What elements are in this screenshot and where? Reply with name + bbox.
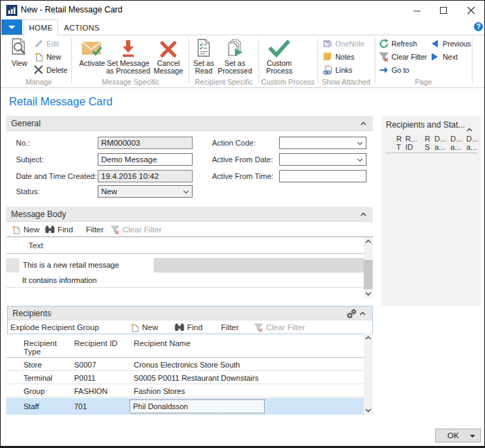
delete-button[interactable]: Delete [33,64,67,76]
scroll-up-icon[interactable] [364,239,373,243]
tab-home-label: HOME [29,24,53,32]
notes-button[interactable]: Notes [322,51,354,62]
collapse-message-body-icon[interactable] [360,212,367,216]
recipients-scrollbar[interactable] [364,334,373,415]
recipients-find-button[interactable]: Find [175,320,202,334]
message-body-row-text: This is a new retail message [23,261,119,269]
side-panel-column[interactable]: R T [396,135,402,151]
recipients-new-button[interactable]: New [130,320,158,334]
message-body-filter-button[interactable]: Filter [86,223,104,236]
close-button[interactable] [461,1,482,19]
message-body-row-selected[interactable]: This is a new retail message [6,258,364,273]
cancel-message-button[interactable]: Cancel Message [149,37,188,77]
tab-actions-label: ACTIONS [64,24,100,32]
column-recipient-name[interactable]: Recipient Name [134,339,191,347]
explode-recipient-group-button[interactable]: Explode Recipient Group [10,320,99,334]
new-document-icon [33,51,44,62]
new-document-icon [130,323,139,332]
previous-button[interactable]: Previous [430,37,471,49]
settings-gears-icon[interactable] [346,309,358,321]
refresh-icon [378,38,389,49]
ok-button[interactable]: OK [435,429,481,442]
message-body-find-button[interactable]: Find [45,223,73,236]
side-panel-column[interactable]: R... ID [405,135,417,151]
date-time-created-label: Date and Time Created: [16,172,97,180]
help-button[interactable]: ? [474,22,483,31]
side-panel-column[interactable]: D... a... [466,135,478,151]
collapse-recipients-icon[interactable] [360,311,366,316]
section-header-recipients[interactable]: Recipients [8,307,372,320]
activate-icon [74,37,110,58]
view-button[interactable]: View [5,37,34,77]
message-body-filter-label: Filter [86,225,104,234]
action-code-select[interactable] [279,137,367,149]
view-label: View [5,60,34,67]
scroll-up-icon[interactable] [364,336,373,340]
refresh-button[interactable]: Refresh [378,37,417,49]
custom-process-label-2: Process [260,67,299,75]
message-body-cell-editing[interactable]: This is a new retail message [19,258,154,273]
new-button[interactable]: New [33,51,61,62]
recipient-row[interactable]: Store S0007 Cronus Electronics Store Sou… [6,358,364,371]
status-select[interactable]: New [98,185,193,198]
goto-button[interactable]: Go to [378,64,409,76]
clear-filter-button[interactable]: Clear Filter [378,51,427,62]
message-body-row[interactable]: It contains information [6,273,364,288]
goto-label: Go to [391,66,409,74]
recipients-filter-button[interactable]: Filter [221,320,239,334]
goto-icon [378,64,389,75]
no-field[interactable]: RM000003 [98,137,193,149]
message-body-find-label: Find [58,225,73,234]
custom-process-button[interactable]: Custom Process [260,37,299,77]
section-header-message-body[interactable]: Message Body [6,207,373,222]
side-panel-column[interactable]: D... a... [434,135,446,151]
column-recipient-type[interactable]: Recipient Type [24,339,57,356]
active-from-time-field[interactable] [279,170,367,182]
cell-recipient-name: Cronus Electronics Store South [134,361,240,369]
scroll-down-icon[interactable] [364,292,373,296]
cell-recipient-name: Fashion Stores [134,387,185,395]
maximize-button[interactable] [433,1,454,19]
set-as-processed-icon [213,37,256,58]
column-recipient-id[interactable]: Recipient ID [74,339,118,347]
side-panel-column-line1: R [425,135,430,143]
recipient-row[interactable]: Group FASHION Fashion Stores [6,385,364,397]
links-button[interactable]: Links [322,64,353,76]
scroll-down-icon[interactable] [364,408,373,413]
section-header-general[interactable]: General [6,116,373,131]
minimize-button[interactable] [407,1,427,19]
message-body-scrollbar[interactable] [364,237,373,298]
ribbon: View Edit New Delete Manage [1,35,484,88]
collapse-side-panel-icon[interactable] [466,122,473,135]
set-message-as-processed-button[interactable]: Set Message as Processed [106,37,150,77]
active-from-date-select[interactable] [279,153,367,166]
next-icon [430,51,440,62]
clear-filter-label: Clear Filter [391,53,427,61]
recipient-row[interactable]: Terminal P0011 S0005 P0011 Restaurant Do… [6,372,364,384]
side-panel-recipients-and-status: Recipients and Stat... R T R... ID R S D… [382,116,481,306]
cell-recipient-name-focused[interactable]: Phil Donaldsson [130,399,265,413]
subject-field[interactable]: Demo Message [98,153,193,166]
group-label-custom-process: Custom Process [258,78,317,86]
application-menu-button[interactable] [1,19,22,35]
message-body-column-text[interactable]: Text [28,241,43,250]
date-time-created-field[interactable]: 19.4.2016 10:42 [98,170,193,182]
scrollbar-thumb[interactable] [364,260,373,289]
cell-recipient-type: Group [24,387,45,395]
next-button[interactable]: Next [430,51,458,62]
recipient-row-selected[interactable]: Staff 701 Phil Donaldsson [6,398,364,415]
side-panel-column[interactable]: R S [425,135,430,151]
activate-button[interactable]: Activate [74,37,110,77]
set-as-processed-button[interactable]: Set as Processed [213,37,256,77]
side-panel-column[interactable]: D... a... [450,135,462,151]
message-body-clear-filter-button[interactable]: Clear Filter [110,223,161,236]
recipients-clear-filter-button[interactable]: Clear Filter [254,320,305,334]
message-body-new-button[interactable]: New [12,223,39,236]
tab-home[interactable]: HOME [24,19,58,35]
tab-actions[interactable]: ACTIONS [58,19,105,35]
onenote-button[interactable]: N OneNote [322,37,364,49]
side-panel-column-line2: T [396,143,402,151]
next-label: Next [443,53,458,61]
collapse-general-icon[interactable] [360,121,367,126]
edit-button[interactable]: Edit [33,37,59,49]
